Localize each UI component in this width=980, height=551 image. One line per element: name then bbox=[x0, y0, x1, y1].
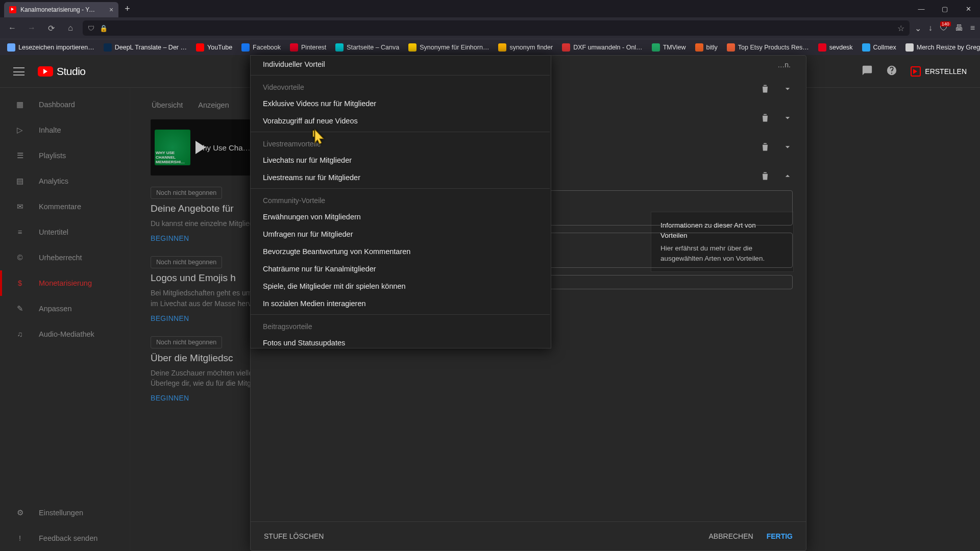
bookmark-item[interactable]: Startseite – Canva bbox=[333, 42, 401, 53]
dropdown-item[interactable]: Individueller Vorteil bbox=[251, 56, 550, 73]
lock-icon: 🔒 bbox=[100, 24, 108, 32]
browser-tab[interactable]: Kanalmonetarisierung - YouT… × bbox=[4, 2, 118, 17]
app-menu-icon[interactable]: ≡ bbox=[970, 23, 975, 33]
bookmark-item[interactable]: Synonyme für Einhorn… bbox=[406, 42, 491, 53]
create-icon bbox=[911, 66, 921, 77]
cancel-button[interactable]: ABBRECHEN bbox=[709, 532, 753, 540]
bookmark-item[interactable]: sevdesk bbox=[816, 42, 855, 53]
bookmark-item[interactable]: Lesezeichen importieren… bbox=[5, 42, 96, 53]
dropdown-header: Videovorteile bbox=[251, 78, 550, 95]
trash-icon[interactable] bbox=[760, 171, 770, 181]
dropdown-item[interactable]: Livestreams nur für Mitglieder bbox=[251, 169, 550, 186]
trash-icon[interactable] bbox=[760, 113, 770, 123]
window-close-button[interactable]: ✕ bbox=[957, 0, 980, 17]
dropdown-item[interactable]: Spiele, die Mitglieder mit dir spielen k… bbox=[251, 278, 550, 295]
tab-close-icon[interactable]: × bbox=[109, 6, 113, 14]
bookmark-star-icon[interactable]: ☆ bbox=[897, 23, 904, 33]
downloads-icon[interactable]: ↓ bbox=[928, 23, 933, 33]
address-bar[interactable]: 🛡 🔒 ☆ bbox=[83, 20, 910, 36]
dropdown-item[interactable]: Erwähnungen von Mitgliedern bbox=[251, 208, 550, 226]
sidebar-item-dashboard[interactable]: ▦Dashboard bbox=[0, 92, 130, 117]
bookmark-favicon bbox=[862, 43, 870, 52]
begin-button[interactable]: BEGINNEN bbox=[151, 314, 189, 322]
chart-icon: ▤ bbox=[14, 176, 26, 187]
print-icon[interactable]: 🖶 bbox=[955, 23, 963, 33]
bookmark-item[interactable]: Top Etsy Products Res… bbox=[725, 42, 811, 53]
pocket-icon[interactable]: ⌄ bbox=[915, 23, 921, 33]
chevron-down-icon[interactable] bbox=[782, 113, 793, 123]
dropdown-header: Beitragsvorteile bbox=[251, 317, 550, 334]
bookmark-favicon bbox=[818, 43, 826, 52]
chevron-down-icon[interactable] bbox=[782, 171, 793, 181]
window-maximize-button[interactable]: ▢ bbox=[933, 0, 957, 17]
intro-video[interactable]: WHY USECHANNELMEMBERSHI… Why Use Cha… bbox=[151, 119, 251, 176]
bookmark-item[interactable]: Facebook bbox=[239, 42, 283, 53]
sidebar-item-untertitel[interactable]: ≡Untertitel bbox=[0, 219, 130, 245]
dropdown-item[interactable]: Bevorzugte Beantwortung von Kommentaren bbox=[251, 243, 550, 260]
bookmark-favicon bbox=[408, 43, 416, 52]
tab-übersicht[interactable]: Übersicht bbox=[151, 98, 184, 112]
youtube-favicon bbox=[9, 6, 16, 13]
new-tab-button[interactable]: + bbox=[125, 4, 130, 14]
sidebar-item-analytics[interactable]: ▤Analytics bbox=[0, 168, 130, 194]
video-thumb: WHY USECHANNELMEMBERSHI… bbox=[155, 130, 190, 165]
help-icon[interactable] bbox=[886, 65, 897, 78]
bookmark-item[interactable]: YouTube bbox=[194, 42, 234, 53]
dropdown-item[interactable]: In sozialen Medien interagieren bbox=[251, 295, 550, 312]
youtube-play-icon bbox=[38, 66, 53, 77]
status-chip: Noch nicht begonnen bbox=[151, 336, 222, 348]
chat-icon: ✉ bbox=[14, 201, 26, 212]
library-icon: ♫ bbox=[14, 329, 26, 340]
chevron-down-icon[interactable] bbox=[782, 84, 793, 94]
feedback-icon: ! bbox=[14, 533, 26, 544]
nav-back-button[interactable]: ← bbox=[5, 21, 19, 35]
bookmark-favicon bbox=[652, 43, 660, 52]
create-button[interactable]: ERSTELLEN bbox=[911, 66, 967, 77]
sidebar-item-anpassen[interactable]: ✎Anpassen bbox=[0, 296, 130, 321]
chat-help-icon[interactable] bbox=[862, 65, 873, 78]
dropdown-item[interactable]: Fotos und Statusupdates bbox=[251, 334, 550, 348]
bookmark-item[interactable]: DXF umwandeln - Onl… bbox=[560, 42, 644, 53]
begin-button[interactable]: BEGINNEN bbox=[151, 394, 189, 402]
bookmark-item[interactable]: synonym finder bbox=[496, 42, 555, 53]
sidebar-item-kommentare[interactable]: ✉Kommentare bbox=[0, 194, 130, 219]
sidebar-item-inhalte[interactable]: ▷Inhalte bbox=[0, 117, 130, 143]
tab-anzeigen[interactable]: Anzeigen bbox=[197, 98, 230, 112]
nav-home-button[interactable]: ⌂ bbox=[63, 21, 78, 35]
bookmark-item[interactable]: Collmex bbox=[860, 42, 898, 53]
wand-icon: ✎ bbox=[14, 303, 26, 314]
dropdown-item[interactable]: Vorabzugriff auf neue Videos bbox=[251, 112, 550, 130]
dropdown-item[interactable]: Chaträume nur für Kanalmitglieder bbox=[251, 260, 550, 278]
done-button[interactable]: FERTIG bbox=[767, 532, 793, 540]
sidebar-item-feedback senden[interactable]: !Feedback senden bbox=[0, 525, 130, 551]
dropdown-item[interactable]: Umfragen nur für Mitglieder bbox=[251, 226, 550, 243]
bookmark-item[interactable]: DeepL Translate – Der … bbox=[102, 42, 189, 53]
begin-button[interactable]: BEGINNEN bbox=[151, 234, 189, 242]
trash-icon[interactable] bbox=[760, 84, 770, 94]
dropdown-item[interactable]: Exklusive Videos nur für Mitglieder bbox=[251, 95, 550, 112]
play-icon bbox=[195, 141, 206, 154]
sidebar-item-urheberrecht[interactable]: ©Urheberrecht bbox=[0, 245, 130, 270]
gear-icon: ⚙ bbox=[14, 507, 26, 518]
bookmark-item[interactable]: TMView bbox=[650, 42, 688, 53]
sidebar-item-audio-mediathek[interactable]: ♫Audio-Mediathek bbox=[0, 321, 130, 347]
cc-icon: ≡ bbox=[14, 227, 26, 238]
sidebar-item-monetarisierung[interactable]: $Monetarisierung bbox=[0, 270, 130, 296]
delete-tier-button[interactable]: STUFE LÖSCHEN bbox=[264, 532, 324, 540]
hamburger-icon[interactable] bbox=[13, 67, 24, 76]
ublock-icon[interactable]: 🛡140 bbox=[940, 23, 948, 33]
nav-forward-button[interactable]: → bbox=[24, 21, 39, 35]
sidebar-item-einstellungen[interactable]: ⚙Einstellungen bbox=[0, 500, 130, 525]
nav-reload-button[interactable]: ⟳ bbox=[44, 21, 58, 35]
svg-rect-0 bbox=[313, 131, 314, 137]
studio-logo[interactable]: Studio bbox=[38, 65, 86, 78]
bookmark-item[interactable]: bitly bbox=[693, 42, 720, 53]
bookmark-item[interactable]: Pinterest bbox=[288, 42, 328, 53]
trash-icon[interactable] bbox=[760, 142, 770, 152]
window-minimize-button[interactable]: — bbox=[910, 0, 933, 17]
list-icon: ☰ bbox=[14, 150, 26, 161]
dropdown-item[interactable]: Livechats nur für Mitglieder bbox=[251, 152, 550, 169]
chevron-down-icon[interactable] bbox=[782, 142, 793, 152]
sidebar-item-playlists[interactable]: ☰Playlists bbox=[0, 143, 130, 168]
bookmark-item[interactable]: Merch Resize by Greg bbox=[903, 42, 980, 53]
